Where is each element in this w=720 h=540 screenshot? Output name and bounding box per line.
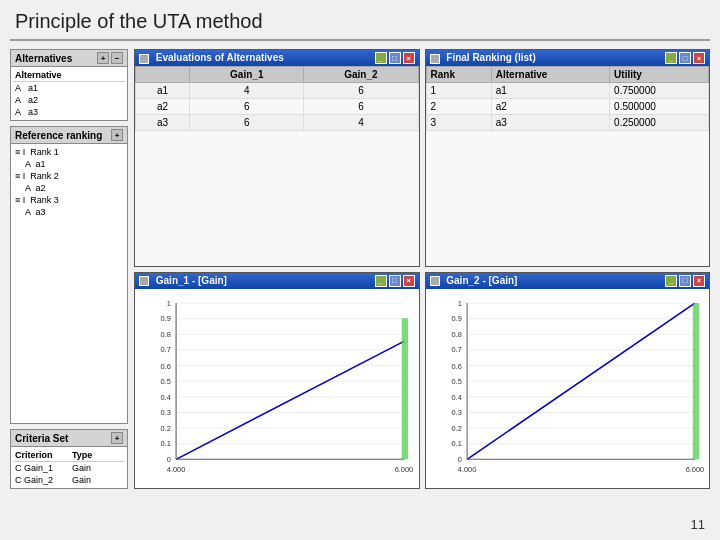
gain1-window: Gain_1 - [Gain] _ □ ×	[134, 272, 420, 490]
alternatives-header: Alternatives + −	[11, 50, 127, 67]
right-content: Evaluations of Alternatives _ □ × Gain_1…	[134, 49, 710, 489]
gain2-minimize-btn[interactable]: _	[665, 275, 677, 287]
svg-rect-27	[402, 318, 408, 459]
gain1-close-btn[interactable]: ×	[403, 275, 415, 287]
svg-text:0.7: 0.7	[451, 345, 461, 354]
left-panels: Alternatives + − Alternative A a1 A a2 A	[10, 49, 128, 489]
alt-row-1[interactable]: A a1	[13, 82, 125, 94]
gain2-window-icon	[430, 276, 440, 286]
criteria-col-headers: Criterion Type	[13, 449, 125, 462]
final-ranking-titlebar: Final Ranking (list) _ □ ×	[426, 50, 710, 66]
rank-row-2[interactable]: 2 a2 0.500000	[426, 99, 709, 115]
divider	[10, 39, 710, 41]
gain1-body: 0 0.1 0.2 0.3 0.4 0.5 0.6 0.7 0.8 0.9 1 …	[135, 289, 419, 489]
svg-text:0.3: 0.3	[451, 408, 461, 417]
svg-text:0.6: 0.6	[451, 361, 461, 370]
svg-text:0: 0	[457, 455, 461, 464]
final-ranking-window: Final Ranking (list) _ □ × Rank Alternat…	[425, 49, 711, 267]
rank-row-1[interactable]: 1 a1 0.750000	[426, 83, 709, 99]
eval-win-controls: _ □ ×	[375, 52, 415, 64]
gain1-minimize-btn[interactable]: _	[375, 275, 387, 287]
rank-close-btn[interactable]: ×	[693, 52, 705, 64]
eval-col-gain1: Gain_1	[190, 67, 304, 83]
gain1-chart: 0 0.1 0.2 0.3 0.4 0.5 0.6 0.7 0.8 0.9 1 …	[139, 293, 415, 485]
criteria-panel: Criteria Set + Criterion Type C Gain_1 G…	[10, 429, 128, 489]
final-ranking-body: Rank Alternative Utility 1 a1 0.750000 2	[426, 66, 710, 266]
svg-text:1: 1	[167, 299, 171, 308]
eval-col-alt	[136, 67, 190, 83]
rank-row-3[interactable]: 3 a3 0.250000	[426, 115, 709, 131]
gain2-window: Gain_2 - [Gain] _ □ ×	[425, 272, 711, 490]
alt-row-3[interactable]: A a3	[13, 106, 125, 118]
evaluations-table: Gain_1 Gain_2 a1 4 6 a2 6 6	[135, 66, 419, 131]
rank-1-alt: A a1	[13, 158, 125, 170]
eval-row-1[interactable]: a1 4 6	[136, 83, 419, 99]
svg-text:0.2: 0.2	[451, 424, 461, 433]
rank-win-controls: _ □ ×	[665, 52, 705, 64]
svg-text:0.1: 0.1	[160, 439, 170, 448]
remove-alternative-btn[interactable]: −	[111, 52, 123, 64]
rank-1-item: ≡ I Rank 1	[13, 146, 125, 158]
gain2-title-icon: Gain_2 - [Gain]	[430, 275, 518, 286]
svg-text:0.1: 0.1	[451, 439, 461, 448]
svg-text:0.5: 0.5	[451, 376, 461, 385]
svg-text:0.9: 0.9	[451, 314, 461, 323]
eval-row-2[interactable]: a2 6 6	[136, 99, 419, 115]
svg-text:0.8: 0.8	[160, 330, 170, 339]
alt-row-2[interactable]: A a2	[13, 94, 125, 106]
final-ranking-table: Rank Alternative Utility 1 a1 0.750000 2	[426, 66, 710, 131]
rank-window-icon	[430, 54, 440, 64]
svg-text:0.5: 0.5	[160, 376, 170, 385]
svg-text:0.3: 0.3	[160, 408, 170, 417]
add-criteria-btn[interactable]: +	[111, 432, 123, 444]
eval-maximize-btn[interactable]: □	[389, 52, 401, 64]
svg-text:0.7: 0.7	[160, 345, 170, 354]
rank-maximize-btn[interactable]: □	[679, 52, 691, 64]
gain2-win-controls: _ □ ×	[665, 275, 705, 287]
gain1-win-controls: _ □ ×	[375, 275, 415, 287]
svg-text:4.000: 4.000	[167, 465, 186, 474]
svg-text:0.6: 0.6	[160, 361, 170, 370]
rank-col-util: Utility	[610, 67, 709, 83]
gain1-titlebar: Gain_1 - [Gain] _ □ ×	[135, 273, 419, 289]
svg-text:6.000: 6.000	[685, 465, 704, 474]
gain2-close-btn[interactable]: ×	[693, 275, 705, 287]
svg-text:6.000: 6.000	[395, 465, 414, 474]
rank-2-alt: A a2	[13, 182, 125, 194]
eval-row-3[interactable]: a3 6 4	[136, 115, 419, 131]
evaluations-titlebar: Evaluations of Alternatives _ □ ×	[135, 50, 419, 66]
svg-text:1: 1	[457, 299, 461, 308]
criteria-row-1[interactable]: C Gain_1 Gain	[13, 462, 125, 474]
add-ranking-btn[interactable]: +	[111, 129, 123, 141]
rank-3-item: ≡ I Rank 3	[13, 194, 125, 206]
gain2-titlebar: Gain_2 - [Gain] _ □ ×	[426, 273, 710, 289]
final-ranking-title-icon: Final Ranking (list)	[430, 52, 536, 63]
alt-col-headers: Alternative	[13, 69, 125, 82]
add-alternative-btn[interactable]: +	[97, 52, 109, 64]
svg-text:4.000: 4.000	[457, 465, 476, 474]
main-area: Alternatives + − Alternative A a1 A a2 A	[0, 49, 720, 489]
reference-ranking-panel: Reference ranking + ≡ I Rank 1 A a1 ≡ I …	[10, 126, 128, 424]
rank-3-alt: A a3	[13, 206, 125, 218]
page-number: 11	[691, 517, 705, 532]
alternatives-body: Alternative A a1 A a2 A a3	[11, 67, 127, 120]
gain1-window-icon	[139, 276, 149, 286]
svg-text:0.4: 0.4	[160, 393, 170, 402]
reference-ranking-header: Reference ranking +	[11, 127, 127, 144]
evaluations-window: Evaluations of Alternatives _ □ × Gain_1…	[134, 49, 420, 267]
criteria-header: Criteria Set +	[11, 430, 127, 447]
rank-minimize-btn[interactable]: _	[665, 52, 677, 64]
rank-col-rank: Rank	[426, 67, 491, 83]
eval-close-btn[interactable]: ×	[403, 52, 415, 64]
gain1-maximize-btn[interactable]: □	[389, 275, 401, 287]
gain2-chart: 0 0.1 0.2 0.3 0.4 0.5 0.6 0.7 0.8 0.9 1 …	[430, 293, 706, 485]
svg-line-26	[176, 341, 404, 459]
criteria-row-2[interactable]: C Gain_2 Gain	[13, 474, 125, 486]
gain2-maximize-btn[interactable]: □	[679, 275, 691, 287]
page-title: Principle of the UTA method	[0, 0, 720, 39]
criteria-body: Criterion Type C Gain_1 Gain C Gain_2 Ga…	[11, 447, 127, 488]
svg-text:0.4: 0.4	[451, 393, 461, 402]
alternatives-icons: + −	[97, 52, 123, 64]
eval-minimize-btn[interactable]: _	[375, 52, 387, 64]
evaluations-title-icon: Evaluations of Alternatives	[139, 52, 284, 63]
